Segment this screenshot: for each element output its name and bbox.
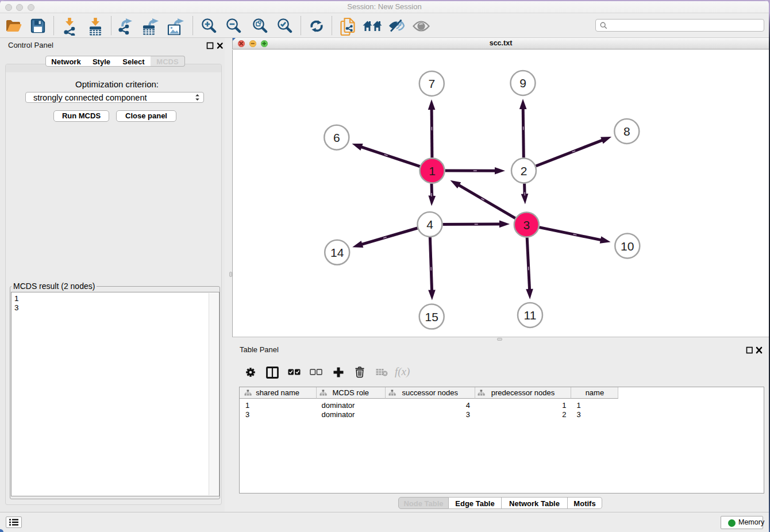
- svg-text:14: 14: [330, 246, 344, 259]
- svg-text:10: 10: [621, 240, 634, 253]
- svg-text:15: 15: [425, 310, 438, 323]
- svg-text:8: 8: [623, 125, 630, 138]
- svg-text:6: 6: [333, 131, 340, 144]
- svg-text:9: 9: [519, 76, 526, 90]
- svg-text:1: 1: [429, 164, 436, 178]
- svg-text:7: 7: [428, 77, 435, 90]
- svg-text:4: 4: [426, 218, 433, 231]
- svg-text:11: 11: [524, 309, 537, 322]
- svg-text:2: 2: [521, 164, 528, 178]
- svg-text:3: 3: [523, 218, 530, 232]
